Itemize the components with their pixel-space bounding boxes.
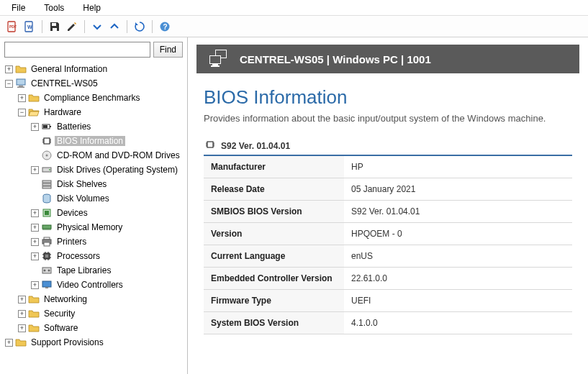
folder-icon — [15, 337, 27, 348]
folder-icon — [28, 92, 40, 104]
expand-toggle[interactable]: + — [31, 252, 39, 260]
prop-value: 22.61.0.0 — [344, 268, 572, 290]
tree-item[interactable]: +Disk Drives (Operating System) — [3, 163, 187, 177]
tree-item[interactable]: BIOS Information — [3, 134, 187, 148]
tree-item[interactable]: +Physical Memory — [3, 220, 187, 234]
expand-toggle[interactable]: + — [31, 209, 39, 217]
expand-toggle[interactable]: + — [18, 324, 26, 332]
tree-item[interactable]: +Devices — [3, 206, 187, 220]
tree-view[interactable]: +General Information−CENTREL-WS05+Compli… — [0, 60, 187, 374]
content-titlebar: CENTREL-WS05 | Windows PC | 1001 — [196, 45, 579, 73]
table-row: Current LanguageenUS — [204, 245, 572, 268]
prop-key: Manufacturer — [204, 156, 344, 178]
expand-toggle[interactable]: + — [31, 224, 39, 232]
table-row: Release Date05 January 2021 — [204, 178, 572, 201]
tree-item[interactable]: +Security — [3, 306, 187, 321]
find-button[interactable]: Find — [153, 42, 183, 58]
content-title: CENTREL-WS05 | Windows PC | 1001 — [240, 53, 431, 65]
cpu-icon — [41, 250, 53, 262]
svg-rect-10 — [17, 87, 24, 88]
tree-item[interactable]: +Batteries — [3, 119, 187, 134]
tree-label: Batteries — [55, 122, 93, 132]
collapse-toggle[interactable]: − — [18, 109, 26, 117]
prop-value: HP — [344, 156, 572, 178]
expand-toggle[interactable]: + — [31, 123, 39, 131]
prop-value: UEFI — [344, 290, 572, 312]
tree-item[interactable]: CD-ROM and DVD-ROM Drives — [3, 148, 187, 163]
refresh-icon[interactable] — [132, 19, 148, 35]
expand-toggle[interactable]: + — [5, 65, 13, 73]
prop-value: S92 Ver. 01.04.01 — [344, 201, 572, 223]
pdf-icon[interactable]: PDF — [4, 19, 20, 35]
expand-toggle[interactable]: + — [31, 238, 39, 246]
prop-value: enUS — [344, 245, 572, 268]
expand-toggle[interactable]: + — [18, 296, 26, 304]
section-header: S92 Ver. 01.04.01 — [204, 137, 572, 156]
tree-item[interactable]: +Software — [3, 321, 187, 335]
folder-open-icon — [28, 106, 40, 118]
tree-item[interactable]: Disk Volumes — [3, 191, 187, 206]
tree-label: CD-ROM and DVD-ROM Drives — [55, 150, 182, 160]
tape-icon — [41, 265, 53, 276]
svg-rect-12 — [50, 126, 51, 127]
collapse-toggle[interactable]: − — [5, 80, 13, 88]
svg-rect-31 — [42, 225, 51, 229]
memory-icon — [41, 222, 53, 233]
expand-toggle[interactable]: + — [31, 166, 39, 174]
tree-item[interactable]: +General Information — [3, 62, 187, 76]
tree-label: Hardware — [42, 107, 83, 117]
prop-key: Firmware Type — [204, 290, 344, 312]
svg-rect-8 — [17, 79, 25, 85]
expand-toggle[interactable]: + — [31, 281, 39, 289]
tree-item[interactable]: +Networking — [3, 292, 187, 306]
svg-rect-26 — [42, 183, 51, 186]
toolbar: PDF W ? — [0, 16, 588, 37]
expand-toggle[interactable]: + — [18, 310, 26, 318]
svg-rect-40 — [44, 242, 50, 246]
svg-rect-59 — [210, 56, 220, 63]
menu-tools[interactable]: Tools — [37, 1, 76, 14]
expand-icon[interactable] — [89, 19, 105, 35]
collapse-icon[interactable] — [107, 19, 122, 35]
printer-icon — [41, 236, 53, 247]
tree-item[interactable]: +Processors — [3, 249, 187, 263]
tree-item[interactable]: Disk Shelves — [3, 177, 187, 191]
table-row: VersionHPQOEM - 0 — [204, 223, 572, 245]
menu-file[interactable]: File — [4, 1, 37, 14]
menu-help[interactable]: Help — [76, 1, 112, 14]
page-subtitle: Provides information about the basic inp… — [204, 113, 572, 124]
tree-item[interactable]: −Hardware — [3, 105, 187, 119]
tree-item[interactable]: +Video Controllers — [3, 278, 187, 292]
edit-icon[interactable] — [64, 19, 80, 35]
table-row: Firmware TypeUEFI — [204, 290, 572, 312]
expand-toggle[interactable]: + — [18, 94, 26, 102]
tree-label: Support Provisions — [29, 337, 106, 347]
tree-item[interactable]: Tape Libraries — [3, 263, 187, 278]
tree-item[interactable]: +Compliance Benchmarks — [3, 91, 187, 105]
table-row: SMBIOS BIOS VersionS92 Ver. 01.04.01 — [204, 201, 572, 223]
table-row: System BIOS Version4.1.0.0 — [204, 312, 572, 334]
no-toggle — [31, 152, 39, 160]
tree-item[interactable]: +Printers — [3, 234, 187, 249]
help-icon[interactable]: ? — [157, 19, 173, 35]
tree-label: Devices — [55, 208, 90, 218]
tree-label: Processors — [55, 251, 102, 261]
computer-icon — [15, 78, 27, 89]
prop-key: SMBIOS BIOS Version — [204, 201, 344, 223]
tree-label: Compliance Benchmarks — [42, 93, 142, 103]
toolbar-separator — [127, 20, 127, 33]
save-icon[interactable] — [47, 19, 63, 35]
page-heading: BIOS Information — [204, 86, 572, 109]
word-icon[interactable]: W — [22, 19, 37, 35]
svg-rect-14 — [44, 138, 50, 144]
no-toggle — [31, 267, 39, 275]
tree-item[interactable]: +Support Provisions — [3, 335, 187, 350]
expand-toggle[interactable]: + — [5, 339, 13, 347]
tree-item[interactable]: −CENTREL-WS05 — [3, 76, 187, 91]
svg-point-22 — [46, 155, 48, 157]
toolbar-separator — [42, 20, 42, 33]
prop-key: Release Date — [204, 178, 344, 201]
search-input[interactable] — [4, 42, 150, 58]
folder-icon — [15, 63, 27, 75]
volume-icon — [41, 193, 53, 204]
